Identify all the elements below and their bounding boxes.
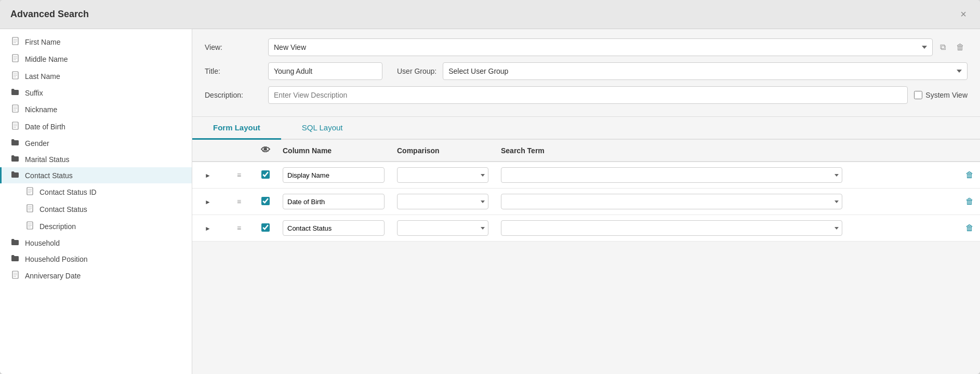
- system-view-label: System View: [925, 91, 968, 99]
- search-term-select[interactable]: [501, 220, 842, 236]
- document-icon: [10, 54, 20, 64]
- th-eye: 👁: [255, 140, 276, 162]
- table-section: 👁 Column Name Comparison Search Term: [192, 140, 980, 374]
- copy-view-button[interactable]: ⧉: [937, 41, 949, 54]
- sidebar-item-last-name[interactable]: Last Name: [0, 68, 192, 85]
- row-checkbox-cell: [255, 162, 276, 189]
- table-row: ► ≡: [192, 162, 980, 189]
- sidebar-item-suffix[interactable]: Suffix: [0, 85, 192, 101]
- sidebar-item-label: Contact Status ID: [39, 188, 97, 196]
- data-table: 👁 Column Name Comparison Search Term: [192, 140, 980, 242]
- description-label: Description:: [205, 91, 262, 99]
- sidebar-item-first-name[interactable]: First Name: [0, 33, 192, 50]
- column-name-input[interactable]: [283, 220, 385, 236]
- sidebar-item-description[interactable]: Description: [0, 218, 192, 235]
- sidebar-item-gender[interactable]: Gender: [0, 135, 192, 151]
- sidebar-item-label: Anniversary Date: [25, 272, 81, 280]
- close-button[interactable]: ×: [957, 7, 970, 21]
- view-select[interactable]: New View: [268, 38, 933, 56]
- sidebar: First Name Middle Name Last Name Suffix …: [0, 29, 192, 374]
- comparison-select[interactable]: [397, 167, 488, 183]
- row-column-name-cell: [276, 215, 391, 242]
- row-visible-checkbox[interactable]: [261, 223, 270, 232]
- view-row: View: New View ⧉ 🗑: [205, 38, 968, 56]
- column-name-input[interactable]: [283, 167, 385, 183]
- row-delete-button[interactable]: 🗑: [965, 223, 974, 233]
- tabs-bar: Form Layout SQL Layout: [192, 117, 980, 140]
- advanced-search-modal: Advanced Search × First Name Middle Name…: [0, 0, 980, 374]
- folder-icon: [10, 139, 20, 148]
- sidebar-item-label: Nickname: [25, 105, 57, 114]
- row-visible-checkbox[interactable]: [261, 197, 270, 205]
- row-visible-checkbox[interactable]: [261, 170, 270, 179]
- sidebar-item-label: Middle Name: [25, 55, 68, 63]
- sidebar-item-nickname[interactable]: Nickname: [0, 101, 192, 118]
- user-group-select[interactable]: Select User Group: [443, 62, 968, 80]
- modal-title: Advanced Search: [10, 9, 89, 20]
- description-input[interactable]: [268, 86, 908, 104]
- copy-icon: ⧉: [940, 43, 946, 51]
- title-input[interactable]: [268, 62, 382, 80]
- comparison-select[interactable]: [397, 194, 488, 209]
- title-label: Title:: [205, 67, 262, 75]
- sidebar-item-label: Contact Status: [39, 205, 87, 213]
- row-search-term-cell: [495, 189, 849, 215]
- search-term-select[interactable]: [501, 167, 842, 183]
- row-delete-cell: 🗑: [849, 189, 980, 215]
- folder-icon: [10, 238, 20, 247]
- table-row: ► ≡: [192, 215, 980, 242]
- form-section: View: New View ⧉ 🗑 T: [192, 29, 980, 117]
- sidebar-item-middle-name[interactable]: Middle Name: [0, 50, 192, 68]
- row-search-term-cell: [495, 215, 849, 242]
- sidebar-item-label: Last Name: [25, 72, 60, 81]
- document-icon: [10, 71, 20, 81]
- sidebar-item-household-position[interactable]: Household Position: [0, 251, 192, 267]
- row-column-name-cell: [276, 162, 391, 189]
- document-icon: [10, 37, 20, 47]
- row-delete-button[interactable]: 🗑: [965, 197, 974, 206]
- folder-icon: [10, 88, 20, 97]
- system-view-checkbox[interactable]: [914, 91, 922, 99]
- title-usergroup-row: Title: User Group: Select User Group: [205, 62, 968, 80]
- sidebar-item-date-of-birth[interactable]: Date of Birth: [0, 118, 192, 135]
- sidebar-item-marital-status[interactable]: Marital Status: [0, 151, 192, 167]
- column-name-input[interactable]: [283, 194, 385, 209]
- row-delete-button[interactable]: 🗑: [965, 170, 974, 180]
- row-checkbox-cell: [255, 215, 276, 242]
- sidebar-item-contact-status-id[interactable]: Contact Status ID: [0, 183, 192, 201]
- folder-icon: [10, 155, 20, 164]
- expand-arrow-icon: ►: [205, 172, 211, 179]
- delete-view-button[interactable]: 🗑: [953, 41, 968, 54]
- sidebar-item-anniversary-date[interactable]: Anniversary Date: [0, 267, 192, 284]
- row-drag-handle[interactable]: ≡: [223, 162, 255, 189]
- row-delete-cell: 🗑: [849, 215, 980, 242]
- document-icon: [10, 122, 20, 131]
- table-header-row: 👁 Column Name Comparison Search Term: [192, 140, 980, 162]
- row-delete-cell: 🗑: [849, 162, 980, 189]
- row-drag-handle[interactable]: ≡: [223, 189, 255, 215]
- sidebar-item-label: Household: [25, 239, 60, 247]
- row-expand-btn[interactable]: ►: [192, 162, 223, 189]
- sidebar-item-label: Household Position: [25, 255, 88, 263]
- row-expand-btn[interactable]: ►: [192, 215, 223, 242]
- document-icon: [25, 187, 34, 197]
- tab-sql-layout[interactable]: SQL Layout: [281, 117, 364, 140]
- tab-form-layout[interactable]: Form Layout: [192, 117, 281, 140]
- folder-icon: [10, 255, 20, 263]
- sidebar-item-contact-status[interactable]: Contact Status: [0, 167, 192, 183]
- comparison-select[interactable]: [397, 220, 488, 236]
- description-row: Description: System View: [205, 86, 968, 104]
- row-comparison-cell: [391, 162, 495, 189]
- search-term-select[interactable]: [501, 194, 842, 209]
- sidebar-item-household[interactable]: Household: [0, 235, 192, 251]
- th-drag: [223, 140, 255, 162]
- sidebar-item-label: Contact Status: [25, 171, 73, 180]
- th-expand: [192, 140, 223, 162]
- row-drag-handle[interactable]: ≡: [223, 215, 255, 242]
- sidebar-item-label: Marital Status: [25, 155, 70, 164]
- row-expand-btn[interactable]: ►: [192, 189, 223, 215]
- sidebar-item-contact-status-child[interactable]: Contact Status: [0, 201, 192, 218]
- document-icon: [25, 204, 34, 214]
- row-checkbox-cell: [255, 189, 276, 215]
- table-body: ► ≡: [192, 162, 980, 242]
